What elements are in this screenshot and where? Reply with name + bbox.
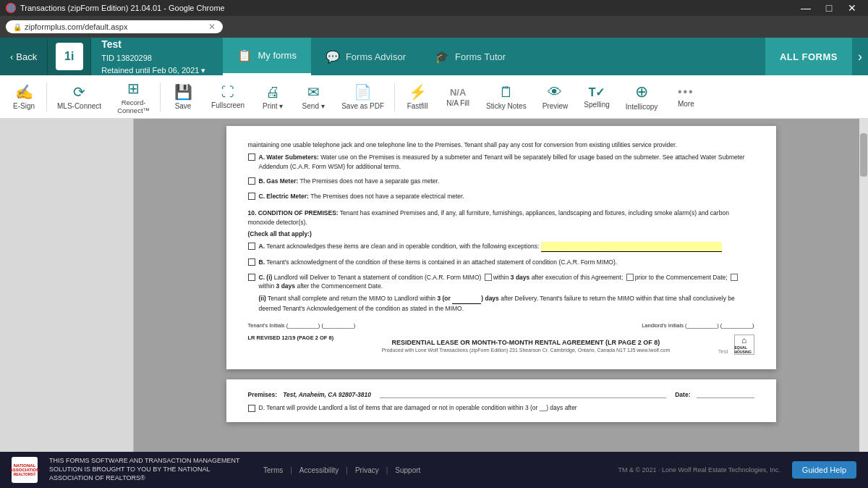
send-icon: ✉ — [307, 83, 320, 101]
landlord-initials: Landlord's Initials (__________) (______… — [642, 322, 754, 329]
sticky-notes-button[interactable]: 🗒 Sticky Notes — [479, 78, 534, 116]
checkbox-condition-c[interactable] — [248, 274, 255, 281]
maximize-button[interactable]: □ — [819, 0, 839, 16]
scroll-thumb[interactable] — [860, 133, 867, 177]
nav-bar: ‹ Back 1i Test TID 13820298 Retained unt… — [0, 38, 868, 75]
save-button[interactable]: 💾 Save — [163, 78, 203, 116]
divider-2 — [160, 83, 161, 112]
spelling-label: Spelling — [584, 101, 610, 109]
mls-connect-label: MLS-Connect — [57, 102, 101, 110]
save-pdf-label: Save as PDF — [341, 102, 384, 110]
save-icon: 💾 — [174, 83, 192, 101]
print-button[interactable]: 🖨 Print ▾ — [253, 78, 292, 116]
checkbox-condition-d[interactable] — [248, 405, 255, 412]
checkbox-condition-a[interactable] — [248, 243, 255, 250]
footer-ref: LR REVISED 12/19 (PAGE 2 OF 8) — [248, 335, 334, 341]
app-logo: 1i — [56, 43, 83, 70]
mls-connect-button[interactable]: ⟳ MLS-Connect — [50, 78, 109, 116]
record-connect-label: Record-Connect™ — [117, 98, 150, 114]
para-phone: maintaining one usable telephone jack an… — [248, 140, 754, 150]
item-condition-c: C. (i) Landlord will Deliver to Tenant a… — [248, 273, 754, 316]
checkbox-electric[interactable] — [248, 193, 255, 200]
url-field[interactable]: 🔒 zipformplus.com/default.aspx ✕ — [6, 20, 223, 33]
fullscreen-button[interactable]: ⛶ Fullscreen — [204, 78, 252, 116]
page-title: RESIDENTIAL LEASE OR MONTH-TO-MONTH RENT… — [333, 339, 718, 346]
item-electric-meter: C. Electric Meter: The Premises does not… — [248, 192, 754, 204]
more-button[interactable]: ••• More — [666, 78, 705, 116]
intellicopy-icon: ⊕ — [635, 83, 648, 101]
print-icon: 🖨 — [265, 84, 280, 101]
checkbox-gas[interactable] — [248, 177, 255, 185]
na-fill-icon: N/A — [450, 87, 466, 98]
nar-logo-line3: REALTORS® — [14, 472, 36, 476]
checkbox-condition-b[interactable] — [248, 258, 255, 266]
scrollbar[interactable] — [859, 119, 868, 452]
main-area: maintaining one usable telephone jack an… — [0, 119, 868, 452]
fastfill-label: Fastfill — [407, 102, 428, 110]
guided-help-label: Guided Help — [802, 466, 846, 474]
all-forms-label: ALL FORMS — [780, 51, 838, 62]
mimo-box-2[interactable] — [626, 274, 634, 281]
title-bar: 🌐 Transactions (zipForm Edition) 21.04.0… — [0, 0, 868, 16]
save-pdf-button[interactable]: 📄 Save as PDF — [334, 78, 391, 116]
forms-advisor-icon: 💬 — [326, 50, 340, 64]
para-d: D. Tenant will provide Landlord a list o… — [259, 404, 577, 411]
url-text: zipformplus.com/default.aspx — [25, 22, 127, 31]
item-water-submeters: A. Water Submeters: Water use on the Pre… — [248, 153, 754, 174]
item-gas-meter: B. Gas Meter: The Premises does not have… — [248, 177, 754, 189]
tab-forms-advisor[interactable]: 💬 Forms Advisor — [311, 38, 420, 75]
tab-forms-tutor[interactable]: 🎓 Forms Tutor — [420, 38, 520, 75]
equal-housing-icon: ⌂EQUAL HOUSING — [734, 335, 754, 355]
e-sign-icon: ✍ — [15, 83, 33, 101]
save-label: Save — [175, 102, 192, 110]
spelling-icon: T✓ — [589, 85, 605, 99]
mimo-box-3[interactable] — [731, 274, 738, 281]
tab-my-forms[interactable]: 📋 My forms — [223, 38, 310, 75]
footer: NATIONAL ASSOCIATION REALTORS® THIS FORM… — [0, 452, 868, 488]
all-forms-button[interactable]: ALL FORMS — [765, 38, 852, 75]
sticky-notes-icon: 🗒 — [499, 84, 514, 101]
intellicopy-button[interactable]: ⊕ Intellicopy — [618, 78, 665, 116]
accessibility-link[interactable]: Accessibility — [299, 466, 339, 474]
record-connect-button[interactable]: ⊞ Record-Connect™ — [110, 78, 157, 116]
days-field-1[interactable] — [452, 294, 481, 304]
preview-button[interactable]: 👁 Preview — [535, 78, 576, 116]
guided-help-button[interactable]: Guided Help — [792, 461, 856, 479]
checkbox-water[interactable] — [248, 153, 255, 161]
chevron-right-icon[interactable]: › — [852, 49, 868, 64]
document-page-2: Premises: Test, Anaheim, CA 92807-3810 D… — [226, 379, 776, 422]
terms-link[interactable]: Terms — [263, 466, 283, 474]
back-button[interactable]: ‹ Back — [0, 38, 48, 75]
watermark-test: Test — [718, 348, 728, 355]
forms-advisor-label: Forms Advisor — [346, 51, 406, 62]
spelling-button[interactable]: T✓ Spelling — [576, 78, 617, 116]
minimize-button[interactable]: — — [796, 0, 816, 16]
send-button[interactable]: ✉ Send ▾ — [294, 78, 333, 116]
transaction-name: Test — [101, 37, 205, 52]
exceptions-field[interactable] — [541, 242, 722, 252]
address-bar: 🔒 zipformplus.com/default.aspx ✕ — [0, 16, 868, 38]
send-label: Send ▾ — [302, 102, 325, 110]
footer-links: Terms | Accessibility | Privacy | Suppor… — [263, 466, 420, 474]
privacy-link[interactable]: Privacy — [355, 466, 379, 474]
date-label: Date: — [675, 391, 690, 398]
intellicopy-label: Intellicopy — [626, 103, 658, 111]
fastfill-icon: ⚡ — [409, 83, 427, 101]
fastfill-button[interactable]: ⚡ Fastfill — [398, 78, 437, 116]
e-sign-button[interactable]: ✍ E-Sign — [4, 78, 43, 116]
support-link[interactable]: Support — [395, 466, 420, 474]
divider-3 — [394, 83, 395, 112]
more-icon: ••• — [678, 85, 694, 98]
transaction-tid: TID 13820298 — [101, 52, 205, 64]
na-fill-button[interactable]: N/A N/A Fill — [438, 78, 477, 116]
tenant-initials: Tenant's Initials (__________) (________… — [248, 322, 356, 329]
premises-label: Premises: — [248, 391, 278, 398]
toolbar: ✍ E-Sign ⟳ MLS-Connect ⊞ Record-Connect™… — [0, 75, 868, 119]
close-button[interactable]: ✕ — [842, 0, 862, 16]
document-area[interactable]: maintaining one usable telephone jack an… — [134, 119, 868, 452]
preview-label: Preview — [542, 102, 569, 110]
nav-tabs: 📋 My forms 💬 Forms Advisor 🎓 Forms Tutor — [223, 38, 520, 75]
transaction-info: Test TID 13820298 Retained until Feb 06,… — [91, 37, 216, 76]
initials-row: Tenant's Initials (__________) (________… — [248, 322, 754, 329]
mimo-box-1[interactable] — [485, 274, 492, 281]
